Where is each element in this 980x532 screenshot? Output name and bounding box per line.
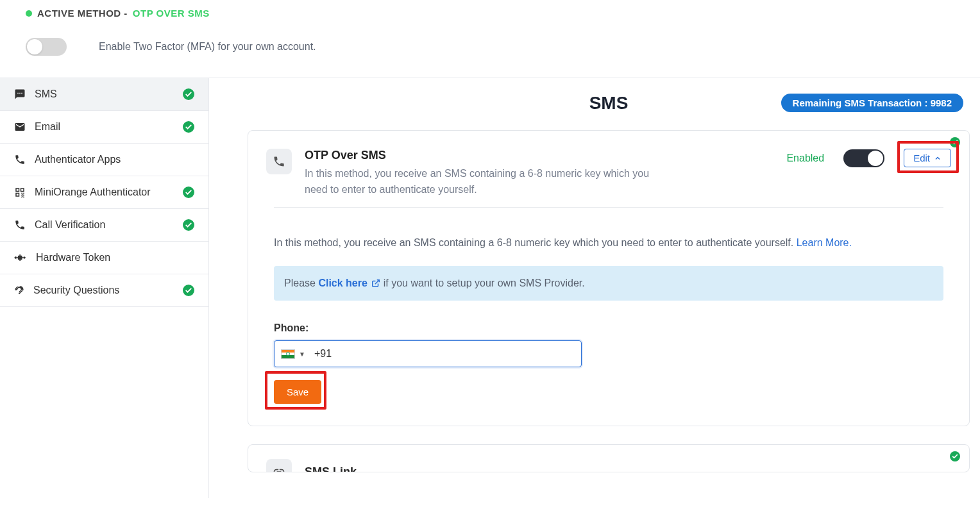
active-method-header: ACTIVE METHOD - OTP OVER SMS	[26, 8, 967, 19]
phone-icon	[266, 149, 292, 174]
usb-icon	[14, 253, 27, 262]
active-method-label: ACTIVE METHOD -	[37, 8, 128, 19]
sidebar-item-sms[interactable]: SMS	[0, 78, 208, 111]
click-here-link[interactable]: Click here	[318, 278, 383, 288]
external-link-icon	[371, 279, 380, 288]
remaining-sms-value: 9982	[931, 97, 952, 108]
mfa-toggle[interactable]	[26, 38, 67, 56]
sms-link-card: SMS Link	[248, 444, 970, 472]
sidebar-item-label: Hardware Token	[36, 252, 110, 263]
phone-icon	[14, 219, 26, 231]
status-dot-icon	[26, 10, 32, 17]
sidebar: SMSEmailAuthenticator AppsMiniOrange Aut…	[0, 78, 209, 498]
sidebar-item-label: MiniOrange Authenticator	[35, 187, 151, 198]
phone-icon	[14, 154, 26, 165]
card-body-text: In this method, you receive an SMS conta…	[274, 235, 943, 251]
phone-input[interactable]	[314, 348, 575, 360]
sidebar-item-label: Email	[35, 121, 60, 133]
sidebar-item-label: Call Verification	[35, 219, 105, 231]
save-button[interactable]: Save	[274, 380, 321, 404]
qr-icon	[14, 187, 26, 198]
check-icon	[183, 219, 194, 231]
phone-label: Phone:	[274, 322, 943, 334]
country-selector[interactable]: ▼	[281, 349, 305, 359]
sidebar-item-hardware-token[interactable]: Hardware Token	[0, 242, 208, 274]
check-icon	[183, 121, 194, 133]
check-icon	[183, 285, 194, 296]
sms-link-title: SMS Link	[305, 465, 357, 473]
link-icon	[266, 459, 292, 472]
chevron-up-icon	[934, 154, 942, 162]
active-method-value: OTP OVER SMS	[133, 8, 210, 19]
remaining-sms-label: Remaining SMS Transaction :	[793, 97, 928, 108]
enabled-status: Enabled	[786, 153, 824, 164]
card-toggle[interactable]	[843, 149, 884, 167]
sidebar-item-call-verification[interactable]: Call Verification	[0, 209, 208, 242]
sms-icon	[14, 88, 26, 100]
edit-button[interactable]: Edit	[904, 149, 951, 167]
email-icon	[14, 121, 26, 133]
page-title: SMS	[589, 93, 629, 113]
caret-down-icon: ▼	[299, 351, 305, 358]
remaining-sms-badge: Remaining SMS Transaction : 9982	[781, 94, 963, 112]
question-icon	[14, 285, 24, 295]
sidebar-item-authenticator-apps[interactable]: Authenticator Apps	[0, 144, 208, 176]
learn-more-link[interactable]: Learn More.	[797, 237, 852, 248]
card-title: OTP Over SMS	[305, 149, 664, 162]
svg-point-4	[19, 293, 20, 294]
check-icon	[183, 88, 194, 100]
flag-india-icon	[281, 349, 295, 359]
card-divider	[274, 207, 943, 208]
sidebar-item-miniorange-authenticator[interactable]: MiniOrange Authenticator	[0, 176, 208, 209]
sidebar-item-label: SMS	[35, 88, 57, 100]
sidebar-item-label: Security Questions	[33, 285, 119, 296]
edit-button-label: Edit	[913, 153, 930, 163]
sidebar-item-label: Authenticator Apps	[35, 154, 121, 165]
check-icon	[950, 137, 960, 147]
sidebar-item-email[interactable]: Email	[0, 111, 208, 144]
mfa-description: Enable Two Factor (MFA) for your own acc…	[99, 41, 316, 53]
otp-sms-card: OTP Over SMS In this method, you receive…	[248, 130, 970, 426]
sidebar-item-security-questions[interactable]: Security Questions	[0, 274, 208, 307]
phone-input-group: ▼	[274, 340, 582, 367]
sms-provider-banner: Please Click here if you want to setup y…	[274, 266, 943, 301]
check-icon	[950, 451, 960, 461]
card-description: In this method, you receive an SMS conta…	[305, 166, 664, 198]
check-icon	[183, 187, 194, 198]
